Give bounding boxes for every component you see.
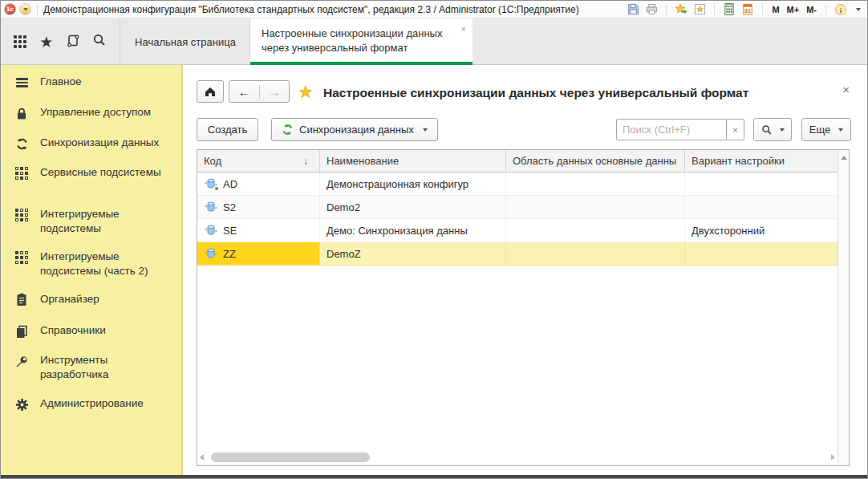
cell-variant — [685, 196, 838, 218]
clear-search-icon[interactable]: × — [726, 120, 744, 140]
sidebar-item-organizer[interactable]: Органайзер — [14, 292, 174, 308]
search-icon[interactable] — [92, 33, 107, 51]
save-icon[interactable] — [627, 3, 639, 16]
chevron-down-icon[interactable] — [856, 8, 861, 11]
svg-text:31: 31 — [745, 8, 752, 14]
more-button[interactable]: Еще — [801, 118, 851, 141]
page-title: Настроенные синхронизации данных через у… — [323, 86, 748, 100]
forward-button[interactable]: → — [260, 85, 290, 99]
close-icon[interactable]: × — [842, 83, 850, 96]
sync-node-icon — [204, 247, 218, 260]
sync-list-table: Код ↓ Наименование Область данных основн… — [197, 149, 850, 466]
sidebar-item-label: Интегрируемые подсистемы — [40, 207, 174, 236]
column-header-data-area[interactable]: Область данных основные данны — [506, 150, 685, 172]
cell-area — [506, 219, 685, 242]
tab-label: Начальная страница — [135, 36, 236, 48]
sidebar-item-service-subsystems[interactable]: Сервисные подсистемы — [14, 165, 174, 181]
column-label: Наименование — [327, 155, 399, 167]
window-titlebar: 1с Демонстрационная конфигурация "Библио… — [1, 1, 868, 18]
cell-name: Демонстрационная конфигур — [320, 173, 506, 195]
sort-desc-icon: ↓ — [303, 156, 313, 167]
tab-sync-settings[interactable]: Настроенные синхронизации данных через у… — [250, 18, 473, 65]
scrollbar-thumb[interactable] — [211, 453, 370, 462]
column-header-setting-variant[interactable]: Вариант настройки — [685, 150, 838, 172]
chevron-down-icon — [23, 8, 28, 11]
scroll-up-icon[interactable] — [841, 156, 847, 160]
sidebar-item-catalogs[interactable]: Справочники — [14, 323, 174, 339]
sidebar-item-label: Управление доступом — [40, 105, 151, 120]
sync-node-icon — [204, 201, 218, 213]
sidebar-item-main[interactable]: Главное — [14, 75, 174, 91]
table-row[interactable]: S2 Demo2 — [197, 196, 838, 219]
table-row[interactable]: AD Демонстрационная конфигур — [197, 173, 838, 196]
calculator-icon[interactable] — [723, 3, 736, 16]
apps-menu-icon[interactable] — [14, 35, 27, 49]
search-input[interactable] — [617, 120, 726, 140]
subsystem-grid-icon — [14, 250, 30, 266]
history-icon[interactable] — [66, 33, 80, 51]
search-icon — [761, 124, 773, 136]
calendar-icon[interactable]: 31 — [741, 3, 754, 16]
window-bottom-edge — [1, 475, 868, 479]
vertical-scrollbar[interactable] — [838, 150, 849, 465]
column-header-name[interactable]: Наименование — [320, 150, 506, 172]
favorites-icon[interactable]: ★ — [39, 35, 53, 50]
separator — [762, 4, 763, 15]
more-label: Еще — [809, 124, 830, 136]
memory-plus-button[interactable]: M+ — [786, 5, 801, 14]
column-label: Вариант настройки — [692, 155, 785, 167]
tab-home-page[interactable]: Начальная страница — [121, 18, 250, 65]
sidebar-item-integrated-subsystems-2[interactable]: Интегрируемые подсистемы (часть 2) — [14, 250, 174, 278]
sidebar-item-label: Сервисные подсистемы — [40, 165, 161, 180]
clipboard-icon — [14, 292, 30, 308]
sync-icon — [14, 136, 30, 152]
memory-recall-button[interactable]: M — [771, 5, 780, 14]
cell-name: DemoZ — [320, 242, 506, 265]
horizontal-scrollbar[interactable] — [200, 452, 835, 464]
sync-menu-label: Синхронизация данных — [299, 124, 414, 136]
separator — [666, 4, 667, 15]
cell-variant — [685, 173, 838, 195]
home-icon — [204, 86, 217, 98]
table-header: Код ↓ Наименование Область данных основн… — [197, 150, 838, 173]
sidebar-item-label: Администрирование — [40, 396, 144, 411]
go-to-favorites-icon[interactable] — [675, 3, 688, 16]
separator — [37, 4, 38, 15]
main-panel: ← → ★ Настроенные синхронизации данных ч… — [185, 65, 868, 475]
books-icon — [14, 323, 30, 339]
table-row-selected[interactable]: ZZ DemoZ — [197, 242, 838, 266]
back-button[interactable]: ← — [229, 85, 260, 99]
app-window: { "colors": { "accent_green": "#12984a",… — [0, 0, 868, 479]
subsystem-grid-icon — [14, 207, 30, 223]
cell-code: ZZ — [223, 248, 236, 260]
search-box: × — [616, 119, 744, 140]
1c-logo-icon: 1с — [4, 3, 16, 15]
subsystem-grid-icon — [14, 165, 30, 181]
sync-menu-button[interactable]: Синхронизация данных — [271, 118, 438, 141]
lock-icon — [14, 105, 30, 121]
sidebar-item-access-control[interactable]: Управление доступом — [14, 105, 174, 121]
print-icon[interactable] — [645, 3, 658, 16]
sidebar-item-administration[interactable]: Администрирование — [14, 396, 174, 412]
scroll-left-icon[interactable] — [200, 454, 204, 461]
chevron-down-icon — [838, 128, 843, 132]
table-row[interactable]: SE Демо: Синхронизация данны Двухсторонн… — [197, 219, 838, 242]
sections-sidebar: Главное Управление доступом Синхронизаци… — [1, 65, 183, 475]
column-header-code[interactable]: Код ↓ — [197, 150, 320, 172]
main-menu-button[interactable] — [19, 3, 31, 15]
sidebar-item-integrated-subsystems[interactable]: Интегрируемые подсистемы — [14, 207, 174, 236]
sidebar-item-developer-tools[interactable]: Инструменты разработчика — [14, 353, 174, 382]
add-favorite-icon[interactable] — [693, 3, 706, 16]
home-button[interactable] — [197, 80, 224, 103]
info-button[interactable]: i — [834, 3, 847, 16]
create-button[interactable]: Создать — [197, 118, 258, 141]
favorite-star-icon[interactable]: ★ — [298, 82, 314, 103]
cell-code: SE — [223, 225, 237, 237]
search-options-button[interactable] — [753, 118, 792, 141]
memory-minus-button[interactable]: M- — [805, 5, 817, 14]
cell-area — [506, 173, 685, 195]
scroll-right-icon[interactable] — [831, 454, 835, 461]
close-icon[interactable]: × — [461, 22, 466, 36]
sidebar-item-label: Инструменты разработчика — [40, 353, 174, 382]
sidebar-item-data-sync[interactable]: Синхронизация данных — [14, 136, 174, 152]
